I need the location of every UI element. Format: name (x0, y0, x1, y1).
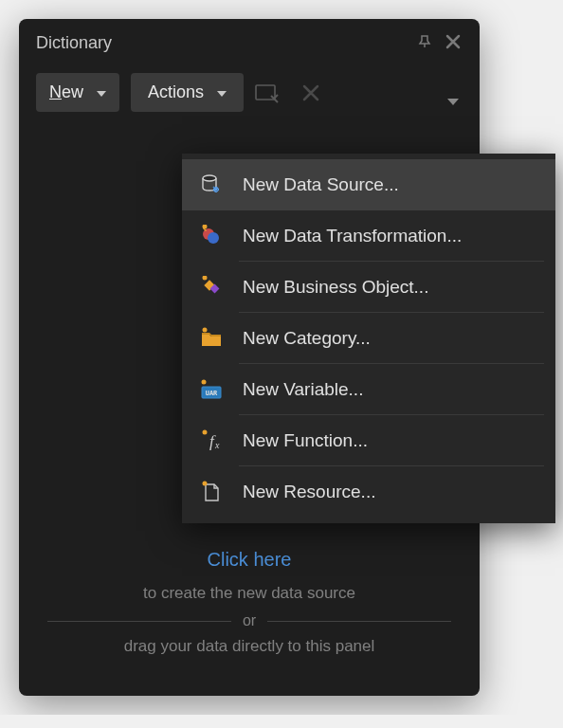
panel-title: Dictionary (36, 33, 112, 53)
edit-icon[interactable] (255, 82, 280, 103)
business-object-icon (199, 275, 224, 300)
menu-label: New Category... (243, 328, 371, 349)
menu-item-new-category[interactable]: New Category... (182, 313, 555, 364)
menu-label: New Variable... (243, 379, 363, 400)
data-source-icon (199, 173, 224, 197)
actions-button[interactable]: Actions (131, 73, 244, 112)
actions-button-label: Actions (148, 82, 204, 102)
chevron-down-icon (217, 87, 227, 99)
menu-label: New Data Source... (243, 174, 399, 195)
new-button-label: New (49, 82, 83, 102)
svg-point-16 (203, 482, 208, 486)
menu-label: New Function... (243, 430, 368, 451)
menu-item-new-data-transformation[interactable]: New Data Transformation... (182, 210, 555, 262)
menu-item-new-business-object[interactable]: New Business Object... (182, 262, 555, 313)
menu-item-new-variable[interactable]: UAR New Variable... (182, 364, 555, 415)
menu-item-new-data-source[interactable]: New Data Source... (182, 159, 555, 210)
resource-icon (199, 480, 224, 504)
menu-item-new-resource[interactable]: New Resource... (182, 466, 555, 518)
or-text: or (243, 612, 256, 629)
chevron-down-icon (97, 87, 106, 99)
svg-point-8 (203, 276, 208, 281)
empty-state: Click here to create the new data source… (19, 549, 480, 665)
svg-point-9 (203, 328, 208, 333)
svg-point-15 (203, 430, 208, 435)
new-button[interactable]: New (36, 73, 119, 112)
menu-label: New Resource... (243, 482, 375, 502)
category-icon (199, 326, 224, 351)
menu-item-new-function[interactable]: f x New Function... (182, 415, 555, 466)
dictionary-panel: Dictionary New Actions (19, 19, 480, 696)
panel-controls (417, 32, 463, 54)
function-icon: f x (199, 428, 224, 453)
svg-point-1 (203, 175, 216, 181)
menu-label: New Business Object... (243, 277, 428, 298)
svg-text:UAR: UAR (206, 390, 218, 397)
toolbar: New Actions (19, 65, 480, 127)
delete-icon[interactable] (300, 82, 321, 103)
variable-icon: UAR (199, 377, 224, 402)
toolbar-overflow-chevron[interactable] (447, 95, 463, 108)
or-divider: or (47, 612, 451, 629)
menu-label: New Data Transformation... (243, 226, 462, 246)
data-transformation-icon (199, 224, 224, 248)
panel-header: Dictionary (19, 19, 480, 65)
hint-text-2: drag your data directly to this panel (47, 637, 451, 656)
click-here-link[interactable]: Click here (47, 549, 451, 571)
svg-point-12 (202, 380, 207, 385)
close-icon[interactable] (444, 32, 463, 54)
hint-text-1: to create the new data source (47, 584, 451, 603)
svg-text:x: x (214, 440, 220, 450)
pin-icon[interactable] (417, 34, 432, 53)
new-context-menu: New Data Source... New Data Transformati… (182, 154, 555, 523)
svg-point-4 (208, 232, 219, 244)
